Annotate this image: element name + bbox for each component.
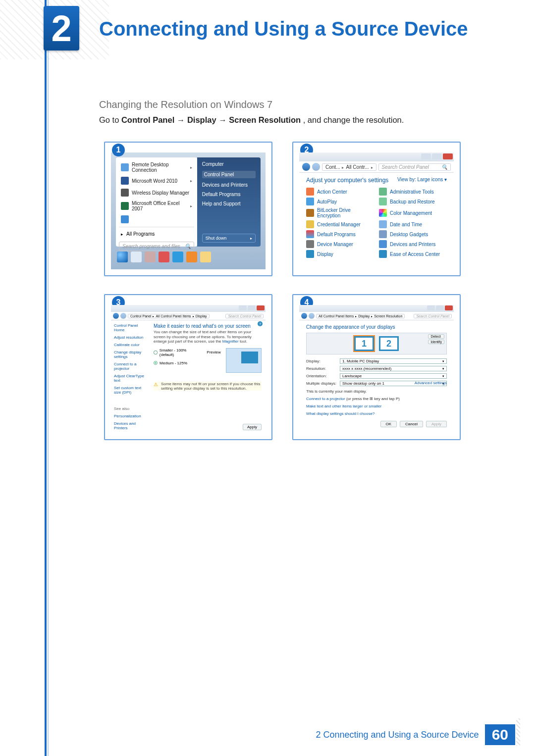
maximize-button[interactable]	[248, 305, 256, 310]
orientation-select[interactable]: Landscape	[340, 373, 447, 379]
right-menu-item[interactable]: Computer	[202, 161, 256, 167]
projector-link[interactable]: Connect to a projector	[306, 397, 345, 401]
search-input[interactable]: Search Control Panel	[225, 314, 264, 318]
start-menu-item[interactable]: Remote Desktop Connection▸	[119, 160, 194, 174]
cp-item-label: AutoPlay	[317, 199, 337, 204]
taskbar-icon[interactable]	[159, 252, 169, 262]
cp-item[interactable]: AutoPlay	[306, 198, 374, 205]
identify-button[interactable]: Identify	[428, 340, 444, 344]
cp-grid: Action Center Administrative Tools AutoP…	[299, 185, 454, 263]
resolution-select[interactable]: xxxx x xxxx (recommended)	[340, 366, 447, 371]
taskbar-icon[interactable]	[145, 252, 156, 262]
sidebar-link[interactable]: Connect to a projector	[114, 362, 147, 371]
radio-medium[interactable]: Medium - 125%	[154, 361, 221, 365]
color-wheel-icon	[379, 209, 387, 217]
start-menu-item[interactable]: Microsoft Word 2010▸	[119, 175, 194, 186]
cp-item-label: Display	[317, 252, 333, 257]
close-button[interactable]	[443, 153, 453, 159]
monitor-2-icon[interactable]: 2	[379, 336, 399, 351]
chevron-right-icon	[342, 164, 344, 170]
breadcrumb[interactable]: Cont...All Contr...	[322, 163, 376, 171]
cancel-button[interactable]: Cancel	[400, 421, 423, 427]
cp-item[interactable]: Administrative Tools	[379, 188, 447, 196]
cp-item[interactable]: Date and Time	[379, 220, 447, 228]
back-button-icon[interactable]	[113, 313, 119, 319]
display-select[interactable]: 1. Mobile PC Display	[340, 358, 447, 364]
back-button-icon[interactable]	[301, 313, 307, 319]
detect-button[interactable]: Detect	[428, 334, 444, 339]
view-by[interactable]: View by: Large icons ▾	[397, 177, 447, 184]
taskbar-icon[interactable]	[200, 252, 211, 262]
cp-item-label: Action Center	[317, 189, 347, 195]
minimize-button[interactable]	[239, 305, 247, 310]
start-menu-item[interactable]: Wireless Display Manager	[119, 187, 194, 198]
right-menu-item[interactable]: Control Panel	[202, 171, 256, 178]
breadcrumb[interactable]: All Control Panel ItemsDisplayScreen Res…	[316, 314, 405, 318]
larger-text-link[interactable]: Make text and other items larger or smal…	[306, 404, 447, 408]
magnifier-link[interactable]: Magnifier	[222, 339, 239, 344]
sidebar-link[interactable]: Adjust resolution	[114, 335, 147, 340]
cp-item[interactable]: Ease of Access Center	[379, 250, 447, 258]
cp-item[interactable]: Backup and Restore	[379, 198, 447, 205]
cp-item[interactable]: Color Management	[379, 207, 447, 218]
cp-item-label: Desktop Gadgets	[390, 232, 428, 237]
advanced-settings-link[interactable]: Advanced settings	[415, 381, 447, 385]
forward-button-icon[interactable]	[312, 163, 320, 171]
start-menu-item[interactable]: Microsoft Office Excel 2007▸	[119, 199, 194, 213]
breadcrumb[interactable]: Control PanelAll Control Panel ItemsDisp…	[128, 314, 210, 318]
all-programs[interactable]: All Programs	[119, 229, 194, 239]
cp-title: Adjust your computer's settings	[306, 177, 388, 184]
device-icon	[306, 240, 314, 248]
start-orb-icon[interactable]	[117, 252, 128, 262]
taskbar-icon[interactable]	[131, 252, 142, 262]
monitor-1-icon[interactable]: 1	[354, 336, 374, 351]
cp-item[interactable]: BitLocker Drive Encryption	[306, 207, 374, 218]
cp-item[interactable]: Desktop Gadgets	[379, 230, 447, 238]
cp-item[interactable]: Credential Manager	[306, 220, 374, 228]
what-settings-link[interactable]: What display settings should I choose?	[306, 411, 447, 416]
sidebar-link[interactable]: Adjust ClearType text	[114, 374, 147, 383]
close-button[interactable]	[445, 305, 453, 310]
orientation-label: Orientation:	[306, 374, 337, 378]
cp-item[interactable]: Default Programs	[306, 230, 374, 238]
apply-button[interactable]: Apply	[243, 424, 262, 430]
taskbar-icon[interactable]	[172, 252, 183, 262]
ok-button[interactable]: OK	[380, 421, 397, 427]
sidebar-link[interactable]: Change display settings	[114, 350, 147, 359]
sidebar-home[interactable]: Control Panel Home	[114, 323, 147, 332]
apply-button[interactable]: Apply	[426, 421, 447, 427]
minimize-button[interactable]	[427, 305, 435, 310]
shutdown-button[interactable]: Shut down▸	[202, 234, 256, 243]
sidebar-link[interactable]: Personalization	[114, 414, 147, 418]
minimize-button[interactable]	[421, 153, 431, 159]
maximize-button[interactable]	[432, 153, 442, 159]
radio-smaller[interactable]: Smaller - 100% (default) Preview	[154, 348, 221, 357]
forward-button-icon[interactable]	[120, 313, 126, 319]
sidebar-link[interactable]: Calibrate color	[114, 343, 147, 347]
right-menu-item[interactable]: Default Programs	[202, 192, 256, 197]
sidebar-link[interactable]: Set custom text size (DPI)	[114, 386, 147, 395]
back-button-icon[interactable]	[302, 163, 310, 171]
cp-item[interactable]: Device Manager	[306, 240, 374, 248]
radio-label: Medium - 125%	[160, 361, 187, 365]
autoplay-icon	[306, 198, 314, 205]
close-button[interactable]	[257, 305, 265, 310]
forward-button-icon[interactable]	[309, 313, 315, 319]
sidebar-link[interactable]: Devices and Printers	[114, 421, 147, 430]
taskbar-icon[interactable]	[186, 252, 197, 262]
step-badge: 1	[112, 144, 125, 156]
screenshot-1: 1 Remote Desktop Connection▸ Microsoft W…	[104, 142, 272, 276]
cp-item[interactable]: Devices and Printers	[379, 240, 447, 248]
right-menu-item[interactable]: Devices and Printers	[202, 182, 256, 188]
search-input[interactable]: Search Control Panel	[414, 314, 452, 318]
search-input[interactable]: Search Control Panel🔍	[378, 163, 451, 171]
cp-item[interactable]: Display	[306, 250, 374, 258]
cp-item-label: Backup and Restore	[390, 199, 435, 204]
help-icon[interactable]: ?	[258, 321, 263, 326]
right-menu-item[interactable]: Help and Support	[202, 201, 256, 206]
cp-item-label: Color Management	[390, 210, 432, 216]
cp-item[interactable]: Action Center	[306, 188, 374, 196]
start-menu-item[interactable]	[119, 214, 194, 225]
window-titlebar	[299, 152, 454, 161]
maximize-button[interactable]	[436, 305, 444, 310]
